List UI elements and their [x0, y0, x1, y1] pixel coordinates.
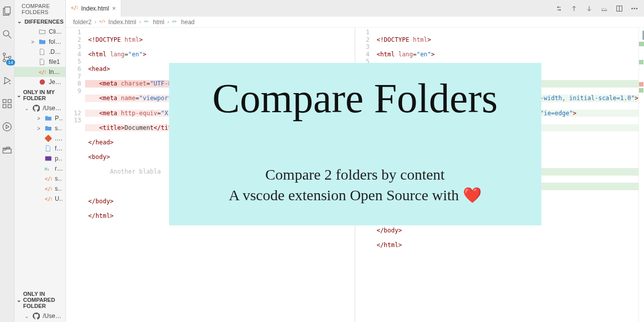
run-debug-icon[interactable] — [0, 73, 14, 88]
github-icon — [33, 105, 40, 112]
tree-label: Untitled-1.html — [55, 195, 62, 202]
tree-item[interactable]: Jenkinsfile — [15, 77, 65, 87]
tree-item[interactable]: </>Index.html — [15, 67, 65, 77]
tree-label: sdf.html — [55, 175, 62, 182]
svg-rect-16 — [45, 156, 51, 161]
tab-index-html[interactable]: </> Index.html × — [66, 0, 121, 17]
md-icon: M↓ — [45, 165, 52, 172]
tree-item[interactable]: .DS_Store — [15, 47, 65, 57]
vs-icon — [45, 155, 52, 162]
svg-line-2 — [9, 36, 12, 39]
scm-badge: 14 — [6, 59, 15, 65]
tree-label: sdf1.html — [55, 185, 62, 192]
split-icon[interactable] — [615, 4, 624, 13]
breadcrumbs[interactable]: folder2› </> Index.html› <> html› <> hea… — [66, 17, 644, 28]
bracket-icon: <> — [144, 18, 150, 26]
svg-rect-8 — [3, 105, 6, 108]
explorer-icon[interactable] — [0, 4, 14, 18]
svg-point-5 — [9, 56, 11, 59]
differences-tree: Click to select a folder>folder.DS_Store… — [15, 26, 65, 88]
search-icon[interactable] — [0, 27, 14, 41]
git-icon — [45, 135, 52, 142]
svg-point-25 — [634, 8, 635, 9]
app-root: 14 COMPARE FOLDERS ⌄DIFFERENCES Click to… — [0, 0, 644, 322]
tree-label: Index.html — [49, 68, 62, 75]
html-icon: </> — [71, 4, 78, 13]
tree-item[interactable]: .gitignore — [15, 133, 65, 143]
breadcrumb-item[interactable]: head — [181, 19, 195, 26]
tree-label: Pages — [55, 115, 62, 122]
bracket-icon: <> — [172, 18, 178, 26]
twisty-icon: > — [36, 116, 42, 121]
tree-item[interactable]: ffmpeg-4.0.2.dmg — [15, 143, 65, 153]
tree-label: readme.md — [55, 165, 62, 172]
svg-point-4 — [3, 59, 6, 62]
source-control-icon[interactable]: 14 — [0, 50, 14, 64]
overview-ruler[interactable] — [638, 28, 644, 322]
tree-item[interactable]: >sub — [15, 123, 65, 133]
svg-point-1 — [4, 31, 9, 36]
breadcrumb-item[interactable]: Index.html — [108, 19, 136, 26]
file-icon — [39, 48, 46, 55]
code-area[interactable]: <!DOCTYPE html> <html lang="en"> <head> … — [85, 28, 355, 322]
code-area[interactable]: <!DOCTYPE html> <html lang="en"> <head> … — [373, 28, 638, 322]
svg-text:<>: <> — [144, 19, 149, 24]
github-icon — [33, 312, 40, 319]
twisty-icon: > — [30, 39, 36, 45]
tree-root[interactable]: ⌄ /Users/moshef/Desktop/compareable/fold… — [15, 103, 65, 113]
line-gutter: 12345678910111415 — [355, 28, 373, 322]
line-gutter: 1234567891213 — [66, 28, 85, 322]
svg-text:M↓: M↓ — [45, 167, 49, 172]
compare-side-panel: COMPARE FOLDERS ⌄DIFFERENCES Click to se… — [15, 0, 66, 322]
tree-item[interactable]: </>sdf.html — [15, 174, 65, 184]
close-icon[interactable]: × — [112, 5, 116, 12]
arrow-up-icon[interactable] — [570, 4, 579, 13]
tree-label: project.csproj — [55, 155, 62, 162]
svg-text:</>: </> — [71, 5, 78, 11]
html-icon: </> — [45, 195, 52, 202]
tree-label: Click to select a folder — [49, 28, 62, 35]
tree-item[interactable]: M↓readme.md — [15, 164, 65, 174]
breadcrumb-item[interactable]: html — [153, 19, 165, 26]
svg-text:</>: </> — [39, 69, 46, 75]
tab-label: Index.html — [81, 5, 109, 12]
compare-folders-icon[interactable] — [0, 143, 14, 157]
svg-point-3 — [3, 53, 6, 55]
tree-item[interactable]: Click to select a folder — [15, 27, 65, 37]
section-only-compared[interactable]: ⌄ONLY IN COMPARED FOLDER — [15, 290, 65, 310]
tree-item[interactable]: >Pages — [15, 113, 65, 123]
tree-item[interactable]: </>Untitled-1.html — [15, 194, 65, 204]
diff-editor[interactable]: 1234567891213 <!DOCTYPE html> <html lang… — [66, 28, 644, 322]
run-icon[interactable] — [0, 120, 14, 134]
html-icon: </> — [45, 185, 52, 192]
tab-bar: </> Index.html × — [66, 0, 644, 17]
extensions-icon[interactable] — [0, 97, 14, 111]
tree-item[interactable]: >folder — [15, 37, 65, 47]
swap-icon[interactable] — [554, 4, 564, 13]
html-icon: </> — [99, 18, 105, 26]
html-icon: </> — [39, 68, 46, 75]
svg-text:<>: <> — [172, 19, 177, 24]
more-icon[interactable] — [630, 4, 639, 13]
html-icon: </> — [45, 175, 52, 182]
tree-item[interactable]: </>sdf1.html — [15, 184, 65, 194]
panel-title: COMPARE FOLDERS — [15, 0, 65, 17]
tree-label: file1 — [49, 58, 62, 65]
section-only-mine[interactable]: ⌄ONLY IN MY FOLDER — [15, 88, 65, 102]
breadcrumb-item[interactable]: folder2 — [73, 19, 92, 26]
tree-item[interactable]: file1 — [15, 57, 65, 67]
arrow-down-icon[interactable] — [585, 4, 594, 13]
svg-text:</>: </> — [99, 19, 105, 24]
tree-label: folder — [49, 38, 62, 45]
diff-right-pane: 12345678910111415 <!DOCTYPE html> <html … — [355, 28, 644, 322]
tree-label: ffmpeg-4.0.2.dmg — [55, 145, 62, 152]
file-icon — [39, 58, 46, 65]
folder-icon — [39, 38, 46, 45]
svg-rect-0 — [5, 7, 10, 14]
activity-bar: 14 — [0, 0, 15, 322]
whitespace-icon[interactable] — [600, 4, 609, 13]
folder-icon — [45, 125, 52, 132]
section-differences[interactable]: ⌄DIFFERENCES — [15, 17, 65, 26]
tree-item[interactable]: project.csproj — [15, 153, 65, 164]
tree-root[interactable]: ⌄ /Users/moshef/Desktop/compareable/fold… — [15, 311, 65, 321]
